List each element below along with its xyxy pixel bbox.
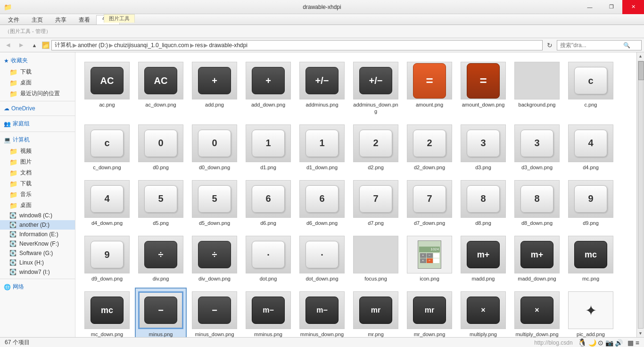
file-item[interactable]: ×multiply_down.png <box>511 288 563 337</box>
file-item[interactable]: 3d3_down.png <box>511 121 563 174</box>
scrollbar[interactable]: ▲ ▼ <box>636 52 644 337</box>
close-button[interactable]: ✕ <box>622 0 644 14</box>
tab-share[interactable]: 共享 <box>49 15 73 25</box>
file-item[interactable]: mrmr_down.png <box>404 288 455 337</box>
file-item[interactable]: 7d7.png <box>350 176 402 230</box>
file-grid[interactable]: ACac.pngACac_down.png+add.png+add_down.p… <box>75 52 636 337</box>
file-item[interactable]: =amount.png <box>404 58 455 119</box>
file-item[interactable]: cc.png <box>565 58 617 119</box>
crumb-res[interactable]: res <box>195 42 203 49</box>
file-item[interactable]: ACac_down.png <box>135 58 187 119</box>
sidebar-item-pictures[interactable]: 📁 图片 <box>0 157 75 167</box>
up-button[interactable]: ▲ <box>29 40 40 50</box>
file-item[interactable]: ÷div.png <box>135 232 187 286</box>
file-item[interactable]: focus.png <box>350 232 402 286</box>
file-item[interactable]: mcmc_down.png <box>81 288 133 337</box>
sidebar-item-desktop2[interactable]: 📁 桌面 <box>0 200 75 211</box>
file-item[interactable]: 0d0_down.png <box>189 121 240 174</box>
sidebar-network[interactable]: 🌐 网络 <box>0 281 75 293</box>
file-item[interactable]: +add_down.png <box>242 58 294 119</box>
sidebar-item-driveE[interactable]: 💽 Information (E:) <box>0 230 75 239</box>
search-icon[interactable]: 🔍 <box>623 42 630 49</box>
file-item[interactable]: ✦pic_add.png <box>565 288 617 337</box>
crumb-app[interactable]: chuizijisuanqi_1.0_liqucn.com <box>114 42 189 49</box>
file-item[interactable]: 6d6.png <box>242 176 294 230</box>
scroll-down-arrow[interactable]: ▼ <box>637 330 644 337</box>
file-item[interactable]: ÷div_down.png <box>189 232 240 286</box>
tab-home[interactable]: 主页 <box>25 15 49 25</box>
forward-button[interactable]: ▶ <box>16 40 27 50</box>
file-item[interactable]: 1024+−×÷icon.png <box>404 232 455 286</box>
sidebar-onedrive[interactable]: ☁ OneDrive <box>0 103 75 114</box>
file-item[interactable]: 2d2_down.png <box>404 121 455 174</box>
search-input[interactable] <box>560 42 621 49</box>
file-item[interactable]: cc_down.png <box>81 121 133 174</box>
file-item[interactable]: m−mminus_down.png <box>296 288 348 337</box>
tab-file[interactable]: 文件 <box>2 15 25 25</box>
sidebar-item-recent[interactable]: 📁 最近访问的位置 <box>0 88 75 99</box>
minimize-button[interactable]: — <box>579 0 601 14</box>
sidebar-item-driveH[interactable]: 💽 Linux (H:) <box>0 258 75 267</box>
sidebar-item-music[interactable]: 📁 音乐 <box>0 189 75 200</box>
sidebar-item-driveG[interactable]: 💽 Software (G:) <box>0 248 75 258</box>
scroll-up-arrow[interactable]: ▲ <box>637 52 644 60</box>
sidebar-item-docs[interactable]: 📁 文档 <box>0 167 75 178</box>
file-item[interactable]: 9d9_down.png <box>81 232 133 286</box>
search-box[interactable]: 🔍 <box>557 40 642 50</box>
crumb-computer[interactable]: 计算机 <box>55 41 72 49</box>
sidebar-item-desktop1[interactable]: 📁 桌面 <box>0 77 75 88</box>
file-item[interactable]: 3d3.png <box>457 121 509 174</box>
refresh-button[interactable]: ↻ <box>545 40 555 50</box>
sidebar-homegroup[interactable]: 👥 家庭组 <box>0 118 75 130</box>
file-name: d9.png <box>583 220 599 226</box>
file-item[interactable]: +/−addminus.png <box>296 58 348 119</box>
sidebar-favorites[interactable]: ★ 收藏夹 <box>0 55 75 66</box>
tab-view[interactable]: 查看 <box>73 15 96 25</box>
file-item[interactable]: +/−addminus_down.png <box>350 58 402 119</box>
crumb-another[interactable]: another (D:) <box>78 42 108 49</box>
file-item[interactable]: 1d1_down.png <box>296 121 348 174</box>
file-item[interactable]: 4d4.png <box>565 121 617 174</box>
maximize-button[interactable]: ❐ <box>601 0 622 14</box>
crumb-drawable[interactable]: drawable-xhdpi <box>209 42 247 49</box>
file-item[interactable]: ACac.png <box>81 58 133 119</box>
file-item[interactable]: ·dot.png <box>242 232 294 286</box>
sidebar-item-driveF[interactable]: 💽 NeverKnow (F:) <box>0 239 75 248</box>
file-item[interactable]: 0d0.png <box>135 121 187 174</box>
file-item[interactable]: ·dot_down.png <box>296 232 348 286</box>
back-button[interactable]: ◀ <box>2 40 14 50</box>
view-toggle-icons[interactable]: ▦ ≡ <box>627 339 639 347</box>
file-item[interactable]: 8d8_down.png <box>511 176 563 230</box>
sidebar-item-video[interactable]: 📁 视频 <box>0 146 75 157</box>
file-item[interactable]: 5d5.png <box>135 176 187 230</box>
file-item[interactable]: m−mminus.png <box>242 288 294 337</box>
file-item[interactable]: background.png <box>511 58 563 119</box>
file-item[interactable]: +add.png <box>189 58 240 119</box>
file-item[interactable]: 1d1.png <box>242 121 294 174</box>
sidebar-item-download2[interactable]: 📁 下载 <box>0 178 75 189</box>
address-path[interactable]: 计算机 ▶ another (D:) ▶ chuizijisuanqi_1.0_… <box>51 40 543 50</box>
file-item[interactable]: 2d2.png <box>350 121 402 174</box>
file-item[interactable]: 4d4_down.png <box>81 176 133 230</box>
file-item[interactable]: 7d7_down.png <box>404 176 455 230</box>
file-item[interactable]: =amount_down.png <box>457 58 509 119</box>
sidebar-computer[interactable]: 💻 计算机 <box>0 134 75 146</box>
scroll-thumb[interactable] <box>638 61 644 80</box>
file-item[interactable]: 5d5_down.png <box>189 176 240 230</box>
file-item[interactable]: −minus.png <box>135 288 187 337</box>
file-item[interactable]: 6d6_down.png <box>296 176 348 230</box>
sidebar-item-driveI[interactable]: 💽 window7 (I:) <box>0 267 75 277</box>
file-name: c_down.png <box>93 164 121 171</box>
sidebar-item-driveC[interactable]: 💽 window8 (C:) <box>0 211 75 220</box>
scroll-track[interactable] <box>638 61 644 329</box>
file-item[interactable]: mcmc.png <box>565 232 617 286</box>
sidebar-item-driveD[interactable]: 💽 another (D:) <box>0 220 75 230</box>
file-item[interactable]: −minus_down.png <box>189 288 240 337</box>
file-item[interactable]: 9d9.png <box>565 176 617 230</box>
sidebar-item-download1[interactable]: 📁 下载 <box>0 66 75 77</box>
file-item[interactable]: 8d8.png <box>457 176 509 230</box>
file-item[interactable]: mrmr.png <box>350 288 402 337</box>
file-item[interactable]: ×multiply.png <box>457 288 509 337</box>
file-item[interactable]: m+madd_down.png <box>511 232 563 286</box>
file-item[interactable]: m+madd.png <box>457 232 509 286</box>
